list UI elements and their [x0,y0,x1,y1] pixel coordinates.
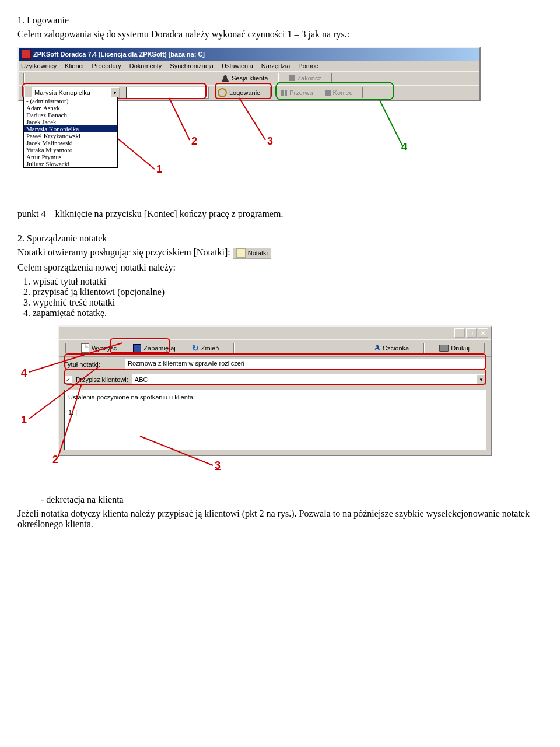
btn-label: Zapamiętaj [144,345,175,352]
zakoncz-label: Zakończ [297,75,321,82]
save-icon [133,344,141,352]
list-item[interactable]: Paweł Krzyżanowski [24,132,117,139]
refresh-icon: ↻ [192,343,199,353]
annotation-4: 4 [401,141,407,153]
list-item[interactable]: Artur Prymus [24,153,117,160]
menu-item[interactable]: Pomoc [298,62,318,69]
text: Notatki otwieramy posługując się przycis… [18,247,233,257]
wyczysc-button[interactable]: Wyczyść [78,342,120,354]
user-selected: Marysia Konopielka [32,89,110,96]
list-item[interactable]: - (administrator) [24,97,117,104]
screenshot-1: ZPKSoft Doradca 7.4 (Licencja dla ZPKSof… [18,47,484,198]
maximize-button[interactable]: □ [466,328,477,338]
annotation-4: 4 [21,367,27,380]
section-3-heading: - dekretacja na klienta [41,495,542,505]
person-icon [221,75,229,82]
app-icon [22,50,31,59]
section-2-line2: Celem sporządzenia nowej notatki należy: [18,262,542,273]
menu-item[interactable]: Dokumenty [130,62,162,69]
body-line: 1. | [68,409,482,416]
annotation-1: 1 [21,414,27,426]
steps-list: wpisać tytuł notatki przypisać ją klient… [33,276,542,318]
annotation-3: 3 [267,135,273,148]
przypisz-value: ABC [132,376,477,383]
window-titlebar: ZPKSoft Doradca 7.4 (Licencja dla ZPKSof… [19,48,480,61]
przerwa-label: Przerwa [289,89,313,96]
print-icon [439,345,449,352]
menu-item[interactable]: Ustawienia [222,62,253,69]
menubar: Użytkownicy Klienci Procedury Dokumenty … [19,61,480,71]
window-controls: _ □ ✕ [454,328,488,338]
menu-item[interactable]: Użytkownicy [21,62,57,69]
sesja-label: Sesja klienta [232,75,268,82]
note-body-textarea[interactable]: Ustalenia poczynione na spotkaniu u klie… [64,390,487,450]
font-icon: A [374,343,380,353]
annotation-2: 2 [191,135,197,148]
koniec-button[interactable]: Koniec [322,88,356,97]
zmien-button[interactable]: ↻ Zmień [189,342,222,354]
step-item: przypisać ją klientowi (opcjonalne) [33,287,542,297]
close-button[interactable]: ✕ [478,328,488,338]
koniec-label: Koniec [333,89,353,96]
svg-line-3 [379,99,402,146]
zapamietaj-button[interactable]: Zapamiętaj [130,343,178,353]
btn-label: Czcionka [383,345,409,352]
chevron-down-icon[interactable]: ▼ [477,374,486,385]
tytul-label: Tytuł notatki: [64,361,121,368]
btn-label: Zmień [201,345,219,352]
notatki-button-chip[interactable]: Notatki [233,247,271,259]
section-2-heading: 2. Sporządzanie notatek [18,233,542,244]
czcionka-button[interactable]: A Czcionka [372,342,412,354]
screenshot-2: _ □ ✕ Wyczyść Zapamiętaj ↻ Zmień A [18,325,496,477]
stop-icon [289,75,295,81]
btn-label: Drukuj [451,345,470,352]
btn-label: Wyczyść [92,345,117,352]
przypisz-label: Przypisz klientowi: [76,376,128,383]
przypisz-combobox[interactable]: ABC ▼ [132,374,487,385]
window-title: ZPKSoft Doradca 7.4 (Licencja dla ZPKSof… [33,51,205,58]
menu-item[interactable]: Klienci [65,62,83,69]
section-2-line1: Notatki otwieramy posługując się przycis… [18,247,542,259]
list-item[interactable]: Yutaka Miyamoto [24,146,117,153]
menu-item[interactable]: Synchronizacja [170,62,214,69]
list-item[interactable]: Dariusz Banach [24,111,117,118]
annotation-1: 1 [156,163,162,176]
notes-icon [236,248,246,258]
step-item: zapamiętać notatkę. [33,308,542,318]
stop-icon [325,90,331,96]
step-item: wpisać tytuł notatki [33,276,542,287]
section-1-heading: 1. Logowanie [18,15,542,26]
section-1-intro: Celem zalogowania się do systemu Doradca… [18,29,542,40]
document-icon [81,343,89,353]
list-item[interactable]: Jacek Malinowski [24,139,117,146]
section-3-para: Jeżeli notatka dotyczy klienta należy pr… [18,508,542,529]
przypisz-checkbox[interactable]: ✓ [64,376,72,384]
tytul-value: Rozmowa z klientem w sprawie rozliczeń [128,360,244,367]
body-line: Ustalenia poczynione na spotkaniu u klie… [68,394,482,401]
logowanie-button[interactable]: Logowanie [215,87,263,99]
step-item: wypełnić treść notatki [33,297,542,308]
drukuj-button[interactable]: Drukuj [436,343,473,353]
list-item-selected[interactable]: Marysia Konopielka [24,125,117,132]
pause-icon [281,90,287,96]
password-input[interactable] [126,87,209,99]
svg-line-2 [239,98,265,140]
annotation-3: 3 [215,460,220,472]
svg-line-1 [169,98,190,140]
minimize-button[interactable]: _ [454,328,465,338]
notatki-chip-label: Notatki [248,250,268,257]
przerwa-button[interactable]: Przerwa [278,88,316,97]
list-item[interactable]: Adam Asnyk [24,104,117,111]
menu-item[interactable]: Narzędzia [261,62,290,69]
section-1-caption: punkt 4 – kliknięcie na przycisku [Konie… [18,209,542,219]
logowanie-label: Logowanie [229,89,260,96]
annotation-2: 2 [52,454,58,466]
menu-item[interactable]: Procedury [92,62,121,69]
tytul-input[interactable]: Rozmowa z klientem w sprawie rozliczeń [125,359,487,370]
list-item[interactable]: Jacek Jacek [24,118,117,125]
list-item[interactable]: Juliusz Słowacki [24,160,117,167]
user-dropdown-list[interactable]: - (administrator) Adam Asnyk Dariusz Ban… [23,97,118,168]
zakoncz-button[interactable]: Zakończ [286,73,324,83]
svg-line-0 [117,138,155,169]
sesja-klienta-button[interactable]: Sesja klienta [218,73,271,83]
